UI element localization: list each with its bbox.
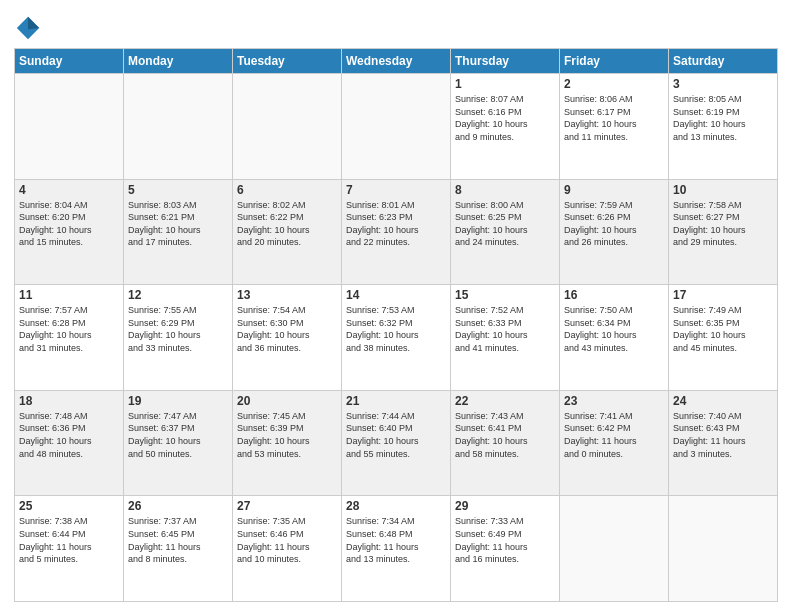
calendar-cell: 25Sunrise: 7:38 AM Sunset: 6:44 PM Dayli… — [15, 496, 124, 602]
day-number: 13 — [237, 288, 337, 302]
day-number: 5 — [128, 183, 228, 197]
day-info: Sunrise: 7:43 AM Sunset: 6:41 PM Dayligh… — [455, 410, 555, 460]
calendar-cell: 20Sunrise: 7:45 AM Sunset: 6:39 PM Dayli… — [233, 390, 342, 496]
day-number: 21 — [346, 394, 446, 408]
calendar-cell: 23Sunrise: 7:41 AM Sunset: 6:42 PM Dayli… — [560, 390, 669, 496]
calendar-cell: 2Sunrise: 8:06 AM Sunset: 6:17 PM Daylig… — [560, 74, 669, 180]
day-info: Sunrise: 7:52 AM Sunset: 6:33 PM Dayligh… — [455, 304, 555, 354]
day-info: Sunrise: 8:04 AM Sunset: 6:20 PM Dayligh… — [19, 199, 119, 249]
calendar-cell: 28Sunrise: 7:34 AM Sunset: 6:48 PM Dayli… — [342, 496, 451, 602]
day-number: 26 — [128, 499, 228, 513]
weekday-header: Friday — [560, 49, 669, 74]
day-info: Sunrise: 7:45 AM Sunset: 6:39 PM Dayligh… — [237, 410, 337, 460]
calendar-cell: 11Sunrise: 7:57 AM Sunset: 6:28 PM Dayli… — [15, 285, 124, 391]
calendar-cell: 19Sunrise: 7:47 AM Sunset: 6:37 PM Dayli… — [124, 390, 233, 496]
day-number: 14 — [346, 288, 446, 302]
day-info: Sunrise: 7:50 AM Sunset: 6:34 PM Dayligh… — [564, 304, 664, 354]
day-number: 28 — [346, 499, 446, 513]
calendar-cell: 3Sunrise: 8:05 AM Sunset: 6:19 PM Daylig… — [669, 74, 778, 180]
calendar-cell: 21Sunrise: 7:44 AM Sunset: 6:40 PM Dayli… — [342, 390, 451, 496]
day-info: Sunrise: 8:01 AM Sunset: 6:23 PM Dayligh… — [346, 199, 446, 249]
calendar-cell: 24Sunrise: 7:40 AM Sunset: 6:43 PM Dayli… — [669, 390, 778, 496]
day-number: 24 — [673, 394, 773, 408]
calendar-cell: 4Sunrise: 8:04 AM Sunset: 6:20 PM Daylig… — [15, 179, 124, 285]
day-info: Sunrise: 8:03 AM Sunset: 6:21 PM Dayligh… — [128, 199, 228, 249]
weekday-header: Tuesday — [233, 49, 342, 74]
calendar-cell: 10Sunrise: 7:58 AM Sunset: 6:27 PM Dayli… — [669, 179, 778, 285]
day-number: 25 — [19, 499, 119, 513]
day-number: 22 — [455, 394, 555, 408]
day-number: 17 — [673, 288, 773, 302]
page: SundayMondayTuesdayWednesdayThursdayFrid… — [0, 0, 792, 612]
day-info: Sunrise: 7:37 AM Sunset: 6:45 PM Dayligh… — [128, 515, 228, 565]
calendar-cell — [669, 496, 778, 602]
calendar-cell: 8Sunrise: 8:00 AM Sunset: 6:25 PM Daylig… — [451, 179, 560, 285]
day-number: 1 — [455, 77, 555, 91]
day-info: Sunrise: 7:49 AM Sunset: 6:35 PM Dayligh… — [673, 304, 773, 354]
calendar-week-row: 25Sunrise: 7:38 AM Sunset: 6:44 PM Dayli… — [15, 496, 778, 602]
calendar-cell — [560, 496, 669, 602]
day-number: 8 — [455, 183, 555, 197]
calendar-cell: 29Sunrise: 7:33 AM Sunset: 6:49 PM Dayli… — [451, 496, 560, 602]
day-number: 19 — [128, 394, 228, 408]
weekday-header: Saturday — [669, 49, 778, 74]
day-number: 9 — [564, 183, 664, 197]
svg-marker-1 — [28, 17, 39, 30]
calendar-cell — [342, 74, 451, 180]
day-info: Sunrise: 7:53 AM Sunset: 6:32 PM Dayligh… — [346, 304, 446, 354]
calendar-cell: 14Sunrise: 7:53 AM Sunset: 6:32 PM Dayli… — [342, 285, 451, 391]
day-number: 27 — [237, 499, 337, 513]
weekday-header: Monday — [124, 49, 233, 74]
day-info: Sunrise: 7:38 AM Sunset: 6:44 PM Dayligh… — [19, 515, 119, 565]
day-info: Sunrise: 7:58 AM Sunset: 6:27 PM Dayligh… — [673, 199, 773, 249]
calendar-cell: 7Sunrise: 8:01 AM Sunset: 6:23 PM Daylig… — [342, 179, 451, 285]
day-info: Sunrise: 7:34 AM Sunset: 6:48 PM Dayligh… — [346, 515, 446, 565]
day-info: Sunrise: 7:54 AM Sunset: 6:30 PM Dayligh… — [237, 304, 337, 354]
calendar-cell: 26Sunrise: 7:37 AM Sunset: 6:45 PM Dayli… — [124, 496, 233, 602]
calendar-cell: 16Sunrise: 7:50 AM Sunset: 6:34 PM Dayli… — [560, 285, 669, 391]
weekday-header: Sunday — [15, 49, 124, 74]
day-info: Sunrise: 7:48 AM Sunset: 6:36 PM Dayligh… — [19, 410, 119, 460]
logo-icon — [14, 14, 42, 42]
day-info: Sunrise: 7:47 AM Sunset: 6:37 PM Dayligh… — [128, 410, 228, 460]
calendar-cell — [15, 74, 124, 180]
day-number: 2 — [564, 77, 664, 91]
calendar-week-row: 18Sunrise: 7:48 AM Sunset: 6:36 PM Dayli… — [15, 390, 778, 496]
day-number: 18 — [19, 394, 119, 408]
calendar-cell: 6Sunrise: 8:02 AM Sunset: 6:22 PM Daylig… — [233, 179, 342, 285]
day-info: Sunrise: 7:55 AM Sunset: 6:29 PM Dayligh… — [128, 304, 228, 354]
weekday-header: Thursday — [451, 49, 560, 74]
calendar-cell — [124, 74, 233, 180]
calendar-week-row: 1Sunrise: 8:07 AM Sunset: 6:16 PM Daylig… — [15, 74, 778, 180]
day-number: 12 — [128, 288, 228, 302]
calendar-cell — [233, 74, 342, 180]
calendar-cell: 17Sunrise: 7:49 AM Sunset: 6:35 PM Dayli… — [669, 285, 778, 391]
day-number: 4 — [19, 183, 119, 197]
day-info: Sunrise: 8:02 AM Sunset: 6:22 PM Dayligh… — [237, 199, 337, 249]
calendar-cell: 18Sunrise: 7:48 AM Sunset: 6:36 PM Dayli… — [15, 390, 124, 496]
day-info: Sunrise: 7:44 AM Sunset: 6:40 PM Dayligh… — [346, 410, 446, 460]
day-info: Sunrise: 7:40 AM Sunset: 6:43 PM Dayligh… — [673, 410, 773, 460]
calendar: SundayMondayTuesdayWednesdayThursdayFrid… — [14, 48, 778, 602]
day-number: 20 — [237, 394, 337, 408]
calendar-cell: 15Sunrise: 7:52 AM Sunset: 6:33 PM Dayli… — [451, 285, 560, 391]
calendar-cell: 22Sunrise: 7:43 AM Sunset: 6:41 PM Dayli… — [451, 390, 560, 496]
header — [14, 10, 778, 42]
day-number: 23 — [564, 394, 664, 408]
weekday-header: Wednesday — [342, 49, 451, 74]
day-info: Sunrise: 7:41 AM Sunset: 6:42 PM Dayligh… — [564, 410, 664, 460]
day-info: Sunrise: 7:35 AM Sunset: 6:46 PM Dayligh… — [237, 515, 337, 565]
day-info: Sunrise: 8:07 AM Sunset: 6:16 PM Dayligh… — [455, 93, 555, 143]
weekday-header-row: SundayMondayTuesdayWednesdayThursdayFrid… — [15, 49, 778, 74]
day-number: 10 — [673, 183, 773, 197]
day-number: 3 — [673, 77, 773, 91]
logo — [14, 14, 44, 42]
day-info: Sunrise: 7:33 AM Sunset: 6:49 PM Dayligh… — [455, 515, 555, 565]
day-number: 16 — [564, 288, 664, 302]
calendar-week-row: 11Sunrise: 7:57 AM Sunset: 6:28 PM Dayli… — [15, 285, 778, 391]
calendar-cell: 13Sunrise: 7:54 AM Sunset: 6:30 PM Dayli… — [233, 285, 342, 391]
day-info: Sunrise: 8:05 AM Sunset: 6:19 PM Dayligh… — [673, 93, 773, 143]
day-info: Sunrise: 8:06 AM Sunset: 6:17 PM Dayligh… — [564, 93, 664, 143]
day-number: 7 — [346, 183, 446, 197]
day-info: Sunrise: 8:00 AM Sunset: 6:25 PM Dayligh… — [455, 199, 555, 249]
